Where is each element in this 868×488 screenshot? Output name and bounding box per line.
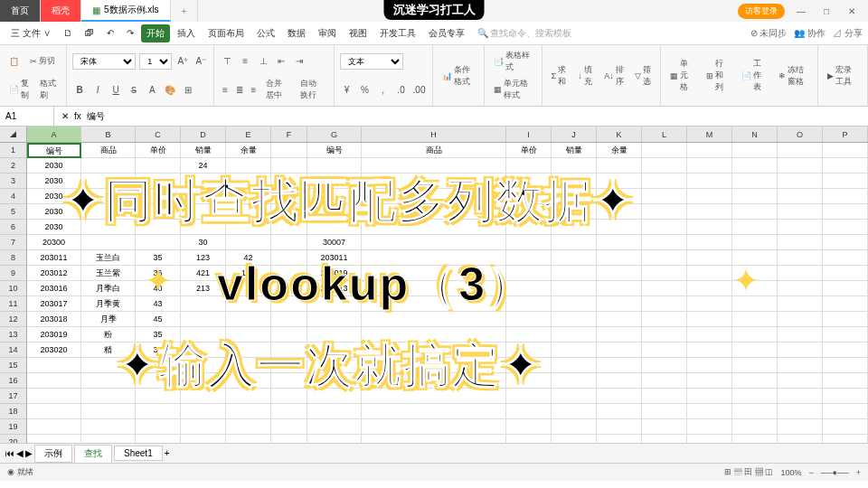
cell[interactable] [687,327,732,343]
cell[interactable] [597,296,642,312]
cell[interactable] [823,358,868,373]
row-header[interactable]: 1 [0,143,27,158]
cell[interactable] [552,389,597,404]
cell[interactable] [597,327,642,343]
fill-button[interactable]: ↓填充 [574,62,597,89]
cell[interactable] [362,435,506,443]
row-header[interactable]: 4 [0,189,27,204]
cell[interactable] [687,235,732,250]
row-header[interactable]: 3 [0,174,27,189]
italic-icon[interactable]: I [90,82,105,97]
col-header[interactable]: J [552,127,597,142]
cell[interactable]: 销量 [181,143,226,158]
cell[interactable] [552,404,597,419]
align-mid-icon[interactable]: ≡ [238,54,252,69]
cell[interactable] [642,143,687,158]
col-header[interactable]: I [506,127,552,142]
cell[interactable]: 203012 [27,266,81,281]
indent-dec-icon[interactable]: ⇤ [274,54,288,69]
cell[interactable] [732,343,778,358]
table-style[interactable]: 📑 表格样式 [490,48,535,75]
cell[interactable] [778,404,823,419]
cell[interactable]: 30007 [307,235,362,250]
cell[interactable] [642,204,687,220]
cell[interactable] [732,312,778,327]
menu-formula[interactable]: 公式 [251,24,280,42]
cell[interactable] [687,189,732,204]
cell[interactable] [823,419,868,435]
cell[interactable] [271,435,307,443]
rowcol-button[interactable]: ⊞行和列 [703,56,734,95]
filter-button[interactable]: ▽筛选 [631,62,656,89]
cell[interactable] [687,419,732,435]
merge-button[interactable]: 合并居中 [262,76,293,103]
menu-icon-print[interactable]: 🗊 [80,25,99,41]
menu-icon-redo[interactable]: ↷ [121,25,139,41]
dec-inc-icon[interactable]: .0 [394,82,409,97]
row-header[interactable]: 19 [0,419,27,435]
cell[interactable] [642,281,687,296]
cell[interactable] [823,250,868,266]
cell[interactable] [226,404,271,419]
cell-style[interactable]: ▦ 单元格样式 [490,76,535,103]
indent-inc-icon[interactable]: ⇥ [292,54,307,69]
macro-button[interactable]: ▶宏录工具 [824,62,862,89]
border-icon[interactable]: ⊞ [181,82,195,97]
align-center-icon[interactable]: ≣ [234,82,245,97]
cell[interactable] [597,281,642,296]
cell[interactable] [823,404,868,419]
cell[interactable] [778,158,823,174]
cell[interactable] [597,250,642,266]
col-header[interactable]: G [307,127,362,142]
cell[interactable] [226,235,271,250]
cell[interactable] [552,312,597,327]
cell[interactable] [732,358,778,373]
cell[interactable] [642,358,687,373]
cell[interactable] [778,358,823,373]
paste-button[interactable]: 📋 [5,55,23,68]
cell[interactable] [271,143,307,158]
cell[interactable]: 商品 [362,143,506,158]
copy-button[interactable]: 📄 复制 [5,76,33,103]
minimize-icon[interactable]: — [792,6,810,16]
cell[interactable] [778,220,823,235]
cell[interactable] [732,174,778,189]
cell[interactable] [642,343,687,358]
row-header[interactable]: 12 [0,312,27,327]
cell[interactable] [181,419,226,435]
cell[interactable]: 编号 [27,143,81,158]
cell[interactable] [823,312,868,327]
login-button[interactable]: 访客登录 [738,4,785,19]
cell[interactable] [823,204,868,220]
sheet-nav-prev[interactable]: ◀ [16,448,24,458]
cell[interactable]: 商品 [81,143,136,158]
tab-home[interactable]: 首页 [0,0,41,22]
sheet-nav-first[interactable]: ⏮ [5,448,14,458]
row-header[interactable]: 11 [0,296,27,312]
cell[interactable] [732,158,778,174]
cell[interactable]: 余量 [226,143,271,158]
cell[interactable] [136,235,181,250]
cell[interactable] [687,266,732,281]
cell[interactable] [732,419,778,435]
cell[interactable] [81,404,136,419]
cell[interactable] [552,373,597,389]
menu-dev[interactable]: 开发工具 [374,24,421,42]
cell[interactable] [642,158,687,174]
cell[interactable] [778,189,823,204]
cell[interactable] [362,419,506,435]
cell[interactable] [778,373,823,389]
sheet-tab-3[interactable]: Sheet1 [114,446,163,461]
cell[interactable] [778,419,823,435]
col-header[interactable]: P [823,127,868,142]
cell[interactable] [732,235,778,250]
coop-button[interactable]: 👥 协作 [794,27,826,40]
sheet-tab-2[interactable]: 查找 [74,445,112,463]
cell[interactable] [597,404,642,419]
menu-view[interactable]: 视图 [344,24,373,42]
cell[interactable] [778,204,823,220]
row-header[interactable]: 10 [0,281,27,296]
cell[interactable] [642,389,687,404]
zoom-in-icon[interactable]: + [856,468,861,477]
zoom-level[interactable]: 100% [780,468,801,477]
